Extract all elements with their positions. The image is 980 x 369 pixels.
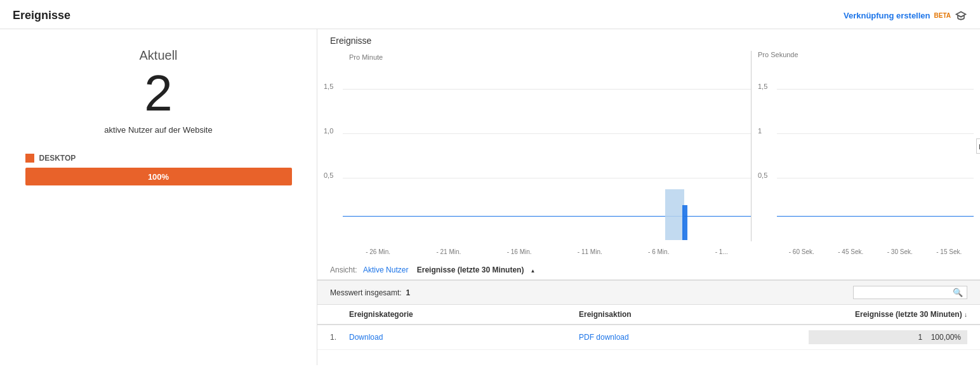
col-num-header bbox=[330, 310, 349, 319]
left-panel: Aktuell 2 aktive Nutzer auf der Website … bbox=[0, 29, 317, 365]
grid-line-1 bbox=[343, 89, 751, 90]
search-box[interactable]: 🔍 bbox=[853, 286, 967, 299]
aktuell-label: Aktuell bbox=[139, 48, 177, 63]
progress-bar-fill: 100% bbox=[25, 168, 292, 185]
chart-right-sublabel: Pro Sekunde bbox=[758, 51, 798, 58]
grid-line-2 bbox=[343, 133, 751, 134]
active-users-count: 2 bbox=[144, 68, 173, 119]
chart-bar-dark bbox=[682, 205, 687, 240]
progress-bar-label: 100% bbox=[148, 172, 169, 182]
search-input[interactable] bbox=[858, 288, 953, 297]
x-r-label-60: - 60 Sek. bbox=[789, 248, 814, 255]
grid-line-3 bbox=[343, 178, 751, 178]
chart-bar-light bbox=[665, 189, 684, 240]
x-label-11: - 11 Min. bbox=[578, 248, 602, 255]
messwert-value: 1 bbox=[406, 288, 410, 297]
messwert-text: Messwert insgesamt: bbox=[330, 288, 402, 297]
cell-events: 1 100,00% bbox=[809, 330, 967, 344]
cell-events-percent: 100,00% bbox=[931, 333, 961, 342]
graduation-cap-icon bbox=[955, 10, 967, 22]
cell-category[interactable]: Download bbox=[349, 333, 579, 342]
device-label: DESKTOP bbox=[25, 154, 292, 163]
view-arrow-icon: ▲ bbox=[530, 268, 535, 274]
right-panel: Ereignisse Pro Minute 1,5 1,0 0,5 bbox=[317, 29, 980, 365]
grid-line-r-2 bbox=[777, 133, 974, 134]
x-axis-right: - 60 Sek. - 45 Sek. - 30 Sek. - 15 Sek. bbox=[777, 248, 974, 255]
active-users-sublabel: aktive Nutzer auf der Website bbox=[104, 125, 212, 135]
chart-left-sublabel: Pro Minute bbox=[343, 51, 389, 64]
grid-line-r-3 bbox=[777, 178, 974, 178]
y-r-label-1-5: 1,5 bbox=[758, 83, 767, 90]
col-events-header: Ereignisse (letzte 30 Minuten) ↓ bbox=[809, 310, 967, 319]
progress-bar-container: 100% bbox=[25, 168, 292, 185]
chart-baseline bbox=[343, 216, 751, 217]
ansicht-label: Ansicht: bbox=[330, 265, 357, 274]
page-title: Ereignisse bbox=[13, 9, 70, 22]
x-label-26: - 26 Min. bbox=[366, 248, 390, 255]
events-view-label[interactable]: Ereignisse (letzte 30 Minuten) bbox=[417, 265, 524, 274]
table-header-row: Messwert insgesamt: 1 🔍 bbox=[317, 281, 980, 305]
cell-num: 1. bbox=[330, 333, 349, 342]
x-r-label-30: - 30 Sek. bbox=[887, 248, 913, 255]
chart-left: Pro Minute 1,5 1,0 0,5 - 26 Min. - 21 Mi… bbox=[317, 51, 752, 241]
chart-title: Ereignisse bbox=[317, 36, 980, 46]
x-axis-left: - 26 Min. - 21 Min. - 16 Min. - 11 Min. … bbox=[343, 248, 751, 255]
device-type-label: DESKTOP bbox=[39, 154, 76, 163]
y-label-1-5: 1,5 bbox=[324, 83, 333, 90]
active-users-link[interactable]: Aktive Nutzer bbox=[363, 265, 408, 274]
x-label-1: - 1... bbox=[715, 248, 728, 255]
x-r-label-15: - 15 Sek. bbox=[936, 248, 962, 255]
chart-baseline-r bbox=[777, 216, 974, 217]
messwert-label: Messwert insgesamt: 1 bbox=[330, 288, 410, 297]
main-content: Aktuell 2 aktive Nutzer auf der Website … bbox=[0, 29, 980, 365]
view-switcher: Ansicht: Aktive Nutzer Ereignisse (letzt… bbox=[317, 260, 980, 280]
table-row: 1. Download PDF download 1 100,00% bbox=[317, 325, 980, 350]
x-r-label-45: - 45 Sek. bbox=[838, 248, 863, 255]
search-icon[interactable]: 🔍 bbox=[953, 288, 963, 297]
chart-container: Pro Minute 1,5 1,0 0,5 - 26 Min. - 21 Mi… bbox=[317, 51, 980, 241]
x-label-16: - 16 Min. bbox=[507, 248, 532, 255]
table-section: Messwert insgesamt: 1 🔍 Ereigniskategori… bbox=[317, 280, 980, 350]
header-right: Verknüpfung erstellen BETA bbox=[844, 10, 967, 22]
y-r-label-0-5: 0,5 bbox=[758, 171, 767, 179]
col-action-header: Ereignisaktion bbox=[579, 310, 809, 319]
chart-right: Pro Sekunde 1,5 1 0,5 - 60 Sek. - 45 Sek… bbox=[752, 51, 980, 241]
y-label-0-5: 0,5 bbox=[324, 171, 333, 179]
sort-icon[interactable]: ↓ bbox=[964, 311, 967, 318]
x-label-6: - 6 Min. bbox=[648, 248, 669, 255]
cell-action[interactable]: PDF download bbox=[579, 333, 809, 342]
device-section: DESKTOP 100% bbox=[25, 154, 292, 185]
page-header: Ereignisse Verknüpfung erstellen BETA bbox=[0, 0, 980, 29]
create-link-button[interactable]: Verknüpfung erstellen bbox=[844, 11, 930, 20]
cell-events-count: 1 bbox=[918, 333, 923, 342]
y-label-1-0: 1,0 bbox=[324, 127, 333, 135]
grid-line-r-1 bbox=[777, 89, 974, 90]
beta-badge: BETA bbox=[934, 12, 951, 19]
col-category-header: Ereigniskategorie bbox=[349, 310, 579, 319]
y-r-label-1: 1 bbox=[758, 127, 762, 135]
column-headers: Ereigniskategorie Ereignisaktion Ereigni… bbox=[317, 305, 980, 325]
device-color-box bbox=[25, 154, 34, 163]
x-label-21: - 21 Min. bbox=[436, 248, 461, 255]
chart-expand-button[interactable]: ▶ bbox=[976, 138, 980, 154]
